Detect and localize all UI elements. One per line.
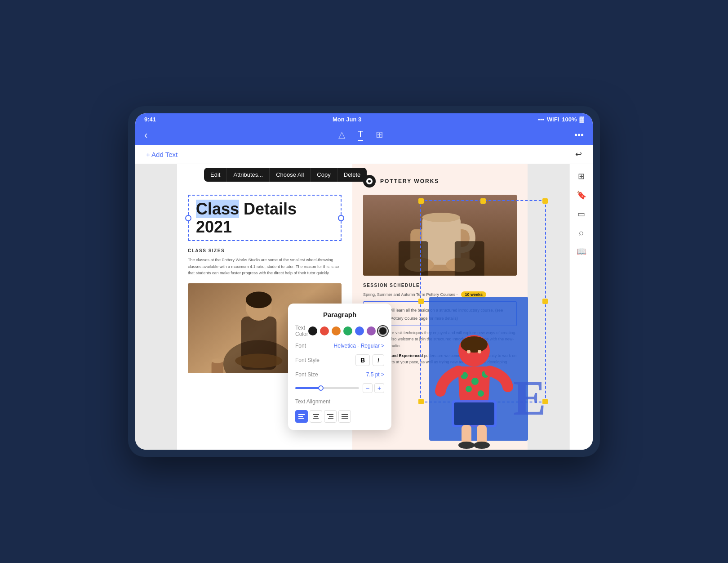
edit-menu-item[interactable]: Edit bbox=[204, 168, 227, 182]
add-text-button[interactable]: + Add Text bbox=[146, 151, 178, 158]
class-sizes-heading: CLASS SIZES bbox=[188, 248, 342, 253]
copy-menu-item[interactable]: Copy bbox=[311, 168, 337, 182]
brand-logo-inner bbox=[366, 178, 373, 184]
align-justify-button[interactable] bbox=[338, 410, 351, 423]
search-icon[interactable]: ⌕ bbox=[579, 228, 584, 237]
class-sizes-text: The classes at the Pottery Works Studio … bbox=[188, 257, 342, 276]
color-swatches bbox=[308, 326, 387, 335]
nav-bar: ‹ △ T ⊞ ••• bbox=[135, 125, 593, 145]
nav-center: △ T ⊞ bbox=[155, 129, 567, 141]
battery-text: 100% bbox=[562, 116, 577, 123]
more-button[interactable]: ••• bbox=[574, 130, 584, 140]
shapes-icon[interactable]: △ bbox=[338, 129, 345, 141]
signal-icon: ▪▪▪ bbox=[538, 116, 544, 123]
font-label: Font bbox=[295, 343, 306, 349]
status-bar: 9:41 Mon Jun 3 ▪▪▪ WiFi 100% ▓ bbox=[135, 113, 593, 125]
status-right: ▪▪▪ WiFi 100% ▓ bbox=[538, 116, 584, 123]
handle-top-right[interactable] bbox=[542, 198, 548, 204]
undo-button[interactable]: ↩ bbox=[575, 149, 582, 159]
status-time: 9:41 bbox=[144, 116, 156, 123]
main-content: Edit Attributes... Choose All Copy Delet… bbox=[135, 164, 593, 450]
svg-point-4 bbox=[235, 354, 282, 368]
swatch-purple[interactable] bbox=[367, 326, 376, 335]
swatch-black[interactable] bbox=[308, 326, 317, 335]
font-style-row: Font Style B I bbox=[295, 354, 384, 366]
swatch-blue[interactable] bbox=[355, 326, 364, 335]
svg-rect-18 bbox=[455, 241, 484, 276]
session-weeks-badge: 10 weeks bbox=[461, 291, 486, 298]
slider-thumb[interactable] bbox=[318, 385, 324, 391]
attributes-menu-item[interactable]: Attributes... bbox=[227, 168, 270, 182]
brand-header: POTTERY WORKS bbox=[363, 175, 517, 188]
font-value[interactable]: Helvetica - Regular > bbox=[334, 343, 384, 349]
session-heading: SESSION SCHEDULE bbox=[363, 283, 517, 288]
swatch-green[interactable] bbox=[343, 326, 352, 335]
svg-rect-17 bbox=[399, 241, 428, 276]
align-center-button[interactable] bbox=[310, 410, 322, 423]
session-row: Spring, Summer and Autumn Term Pottery C… bbox=[363, 291, 517, 298]
pottery-photo-right bbox=[363, 195, 517, 276]
session-courses-text: Spring, Summer and Autumn Term Pottery C… bbox=[363, 292, 457, 297]
text-icon[interactable]: T bbox=[358, 129, 363, 141]
document-area: Edit Attributes... Choose All Copy Delet… bbox=[135, 164, 569, 450]
font-size-label: Font Size bbox=[295, 371, 318, 378]
text-alignment-label: Text Alignment bbox=[295, 398, 330, 405]
font-size-value[interactable]: 7.5 pt > bbox=[366, 371, 384, 378]
page-title: Class Details 2021 bbox=[196, 200, 333, 236]
swatch-orange[interactable] bbox=[332, 326, 341, 335]
align-right-button[interactable] bbox=[324, 410, 337, 423]
device-screen: 9:41 Mon Jun 3 ▪▪▪ WiFi 100% ▓ ‹ △ T ⊞ •… bbox=[135, 113, 593, 450]
svg-point-6 bbox=[246, 292, 272, 308]
back-button[interactable]: ‹ bbox=[144, 130, 147, 141]
text-color-label: Text Color bbox=[295, 325, 308, 337]
battery-icon: ▓ bbox=[580, 116, 584, 123]
size-controls: − + bbox=[363, 383, 384, 393]
svg-point-9 bbox=[212, 358, 223, 363]
brand-name: POTTERY WORKS bbox=[380, 178, 439, 184]
font-style-label: Font Style bbox=[295, 357, 320, 363]
title-container[interactable]: Class Details 2021 bbox=[188, 195, 342, 241]
swatch-red[interactable] bbox=[320, 326, 329, 335]
font-size-row: Font Size 7.5 pt > bbox=[295, 371, 384, 378]
size-increase-button[interactable]: + bbox=[374, 383, 384, 393]
size-decrease-button[interactable]: − bbox=[363, 383, 373, 393]
mug-scene bbox=[363, 195, 517, 276]
svg-point-14 bbox=[422, 213, 460, 222]
font-size-slider[interactable] bbox=[295, 387, 359, 389]
choose-all-menu-item[interactable]: Choose All bbox=[270, 168, 311, 182]
align-left-button[interactable] bbox=[295, 410, 308, 423]
book-icon[interactable]: 📖 bbox=[577, 246, 586, 256]
panel-title: Paragraph bbox=[295, 311, 384, 318]
italic-button[interactable]: I bbox=[373, 354, 384, 366]
slider-fill bbox=[295, 387, 321, 389]
paragraph-panel: Paragraph Text Color bbox=[288, 304, 391, 430]
wifi-icon: WiFi bbox=[547, 116, 559, 123]
handle-middle-right[interactable] bbox=[542, 299, 548, 304]
image-icon[interactable]: ⊞ bbox=[376, 129, 383, 141]
grid-icon[interactable]: ⊞ bbox=[578, 171, 585, 181]
side-toolbar: ⊞ 🔖 ▭ ⌕ 📖 bbox=[569, 164, 593, 450]
font-size-slider-row: − + bbox=[295, 383, 384, 393]
status-date: Mon Jun 3 bbox=[333, 116, 361, 123]
font-style-btns: B I bbox=[355, 354, 384, 366]
handle-bottom-right[interactable] bbox=[542, 399, 548, 404]
context-menu: Edit Attributes... Choose All Copy Delet… bbox=[204, 168, 367, 182]
text-color-row: Text Color bbox=[295, 325, 384, 337]
delete-menu-item[interactable]: Delete bbox=[337, 168, 367, 182]
align-buttons bbox=[295, 410, 384, 423]
add-text-bar: + Add Text ↩ bbox=[135, 145, 593, 164]
crop-icon[interactable]: ▭ bbox=[577, 209, 585, 219]
device-frame: 9:41 Mon Jun 3 ▪▪▪ WiFi 100% ▓ ‹ △ T ⊞ •… bbox=[128, 106, 600, 457]
bold-button[interactable]: B bbox=[355, 354, 370, 366]
bookmark-icon[interactable]: 🔖 bbox=[577, 190, 586, 200]
swatch-dark[interactable] bbox=[378, 326, 387, 335]
font-row: Font Helvetica - Regular > bbox=[295, 343, 384, 349]
title-part1: Class bbox=[196, 200, 239, 218]
text-alignment-row: Text Alignment bbox=[295, 398, 384, 405]
